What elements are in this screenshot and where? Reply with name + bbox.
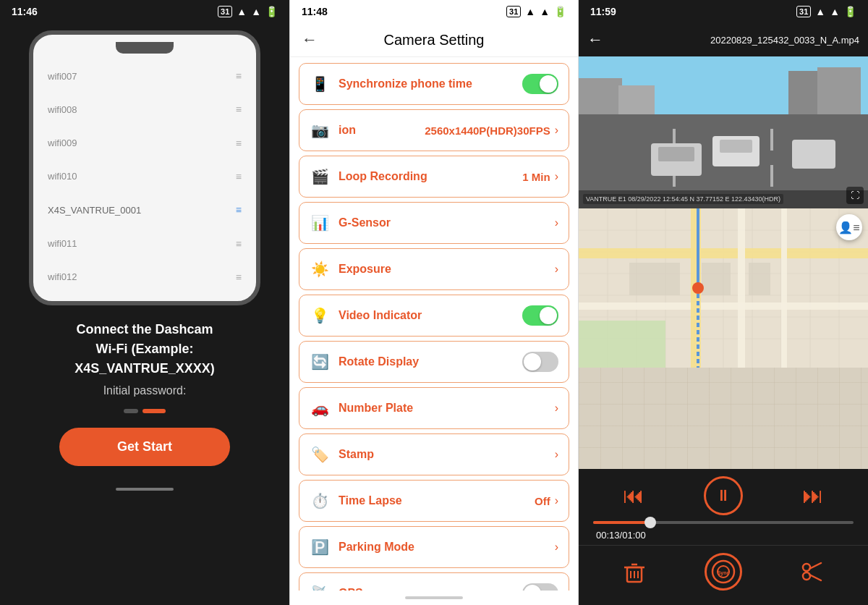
svg-line-56: [809, 575, 821, 580]
svg-rect-33: [579, 248, 868, 258]
setting-label-parking_mode: Parking Mode: [339, 541, 555, 554]
back-button[interactable]: ←: [302, 30, 318, 49]
setting-label-number_plate: Number Plate: [339, 402, 555, 415]
home-indicator-1: [116, 488, 174, 491]
wifi-signal-bar: ≡: [236, 171, 242, 182]
wifi-list-item[interactable]: wifi008 ≡: [48, 101, 242, 118]
svg-rect-15: [792, 140, 835, 169]
wifi-name: wifi008: [48, 104, 77, 115]
wifi-list-item[interactable]: wifi012 ≡: [48, 268, 242, 286]
setting-label-time_lapse: Time Lapse: [339, 494, 535, 507]
home-indicator-2: [405, 596, 463, 599]
svg-rect-39: [629, 263, 680, 295]
trash-icon: [621, 559, 647, 585]
road-scene: [579, 56, 868, 208]
svg-point-54: [803, 572, 810, 580]
road-scene-svg: [579, 56, 868, 208]
map-location-button[interactable]: 👤≡: [836, 214, 862, 240]
next-button[interactable]: ⏭: [802, 483, 824, 508]
setting-item-loop_recording[interactable]: 🎬 Loop Recording 1 Min›: [299, 156, 569, 198]
svg-rect-38: [579, 321, 665, 368]
setting-item-video_indicator[interactable]: 💡 Video Indicator: [299, 295, 569, 337]
prev-button[interactable]: ⏮: [623, 483, 644, 508]
camera-settings-header: ← Camera Setting: [290, 23, 578, 57]
battery-icon-2: 🔋: [554, 6, 566, 17]
setting-icon-loop_recording: 🎬: [310, 168, 330, 185]
setting-label-loop_recording: Loop Recording: [339, 170, 522, 183]
setting-label-gps: GPS: [339, 587, 522, 591]
setting-label-video_indicator: Video Indicator: [339, 309, 522, 322]
video-preview[interactable]: VANTRUE E1 08/29/2022 12:54:45 N 37.7715…: [579, 56, 868, 208]
toggle-gps[interactable]: [522, 583, 558, 591]
setting-item-gps[interactable]: 📡 GPS: [299, 572, 569, 591]
setting-value-resolution: 2560x1440P(HDR)30FPS: [425, 124, 550, 137]
toggle-video_indicator[interactable]: [522, 305, 558, 326]
wifi-list-item[interactable]: wifi007 ≡: [48, 67, 242, 85]
toggle-thumb-gps: [524, 585, 541, 591]
svg-text:Sync: Sync: [718, 570, 730, 576]
setting-icon-gps: 📡: [310, 585, 330, 591]
setting-item-sync_time[interactable]: 📱 Synchronize phone time: [299, 63, 569, 105]
wifi-list-item[interactable]: wifi011 ≡: [48, 235, 242, 253]
panel-video-playback: 11:59 31 ▲ ▲ 🔋 ← 20220829_125432_0033_N_…: [579, 0, 868, 605]
wifi-signal-bar: ≡: [236, 103, 242, 115]
time-3: 11:59: [590, 6, 616, 17]
svg-rect-1: [579, 78, 622, 114]
badge-1: 31: [218, 6, 232, 17]
setting-item-parking_mode[interactable]: 🅿️ Parking Mode ›: [299, 526, 569, 568]
setting-item-exposure[interactable]: ☀️ Exposure ›: [299, 248, 569, 290]
wifi-name: wifi010: [48, 171, 77, 182]
setting-item-rotate_display[interactable]: 🔄 Rotate Display: [299, 341, 569, 383]
phone-notch: [116, 42, 174, 54]
toggle-thumb-video_indicator: [540, 307, 557, 324]
setting-label-exposure: Exposure: [339, 263, 555, 276]
connect-title: Connect the Dashcam Wi-Fi (Example: X4S_…: [75, 320, 215, 378]
setting-item-stamp[interactable]: 🏷️ Stamp ›: [299, 433, 569, 475]
wifi-signal-bar: ≡: [236, 138, 242, 149]
video-back-button[interactable]: ←: [587, 30, 603, 49]
setting-item-number_plate[interactable]: 🚗 Number Plate ›: [299, 387, 569, 429]
setting-icon-parking_mode: 🅿️: [310, 538, 330, 556]
wifi-signal-bar: ≡: [236, 204, 242, 216]
progress-row[interactable]: [593, 521, 854, 524]
progress-bar[interactable]: [593, 521, 854, 524]
wifi-list-item[interactable]: wifi009 ≡: [48, 135, 242, 152]
map-section[interactable]: 👤≡: [579, 208, 868, 469]
get-start-button[interactable]: Get Start: [59, 428, 230, 466]
setting-item-resolution[interactable]: 📷 ion 2560x1440P(HDR)30FPS›: [299, 109, 569, 151]
setting-icon-exposure: ☀️: [310, 261, 330, 278]
video-filename: 20220829_125432_0033_N_A.mp4: [609, 35, 859, 46]
wifi-name: wifi011: [48, 238, 77, 249]
scissors-button[interactable]: [799, 559, 825, 585]
toggle-sync_time[interactable]: [522, 74, 558, 94]
status-icons-3: 31 ▲ ▲ 🔋: [796, 6, 856, 17]
progress-thumb: [644, 517, 656, 528]
battery-icon: 🔋: [265, 6, 278, 17]
phone-frame: wifi007 ≡ wifi008 ≡ wifi009 ≡ wifi010 ≡ …: [29, 30, 260, 305]
cell-signal-icon: ▲: [251, 6, 261, 17]
wifi-signal-icon-2: ▲: [525, 6, 535, 17]
setting-value-time_lapse: Off: [535, 495, 550, 507]
setting-item-time_lapse[interactable]: ⏱️ Time Lapse Off›: [299, 480, 569, 522]
status-bar-3: 11:59 31 ▲ ▲ 🔋: [579, 0, 868, 23]
wifi-name: wifi012: [48, 271, 77, 282]
svg-point-53: [803, 564, 810, 571]
toggle-thumb-sync_time: [540, 75, 557, 93]
delete-button[interactable]: [621, 559, 647, 585]
fullscreen-icon[interactable]: ⛶: [846, 187, 864, 204]
video-overlay-text: VANTRUE E1 08/29/2022 12:54:45 N 37.7715…: [583, 194, 783, 204]
wifi-name: X4S_VANTRUE_0001: [48, 205, 141, 216]
setting-item-g_sensor[interactable]: 📊 G-Sensor ›: [299, 202, 569, 244]
wifi-signal-icon-3: ▲: [815, 6, 825, 17]
svg-rect-14: [720, 140, 752, 153]
wifi-list-item[interactable]: wifi010 ≡: [48, 168, 242, 185]
wifi-list: wifi007 ≡ wifi008 ≡ wifi009 ≡ wifi010 ≡ …: [33, 59, 256, 294]
toggle-rotate_display[interactable]: [522, 352, 558, 372]
sync-button[interactable]: Sync: [705, 553, 742, 591]
chevron-time_lapse: ›: [555, 494, 558, 507]
chevron-loop_recording: ›: [555, 170, 558, 183]
battery-icon-3: 🔋: [844, 6, 856, 17]
time-label: 00:13/01:00: [593, 530, 854, 541]
wifi-list-item[interactable]: X4S_VANTRUE_0001 ≡: [48, 201, 242, 219]
pause-button[interactable]: ⏸: [704, 476, 743, 515]
